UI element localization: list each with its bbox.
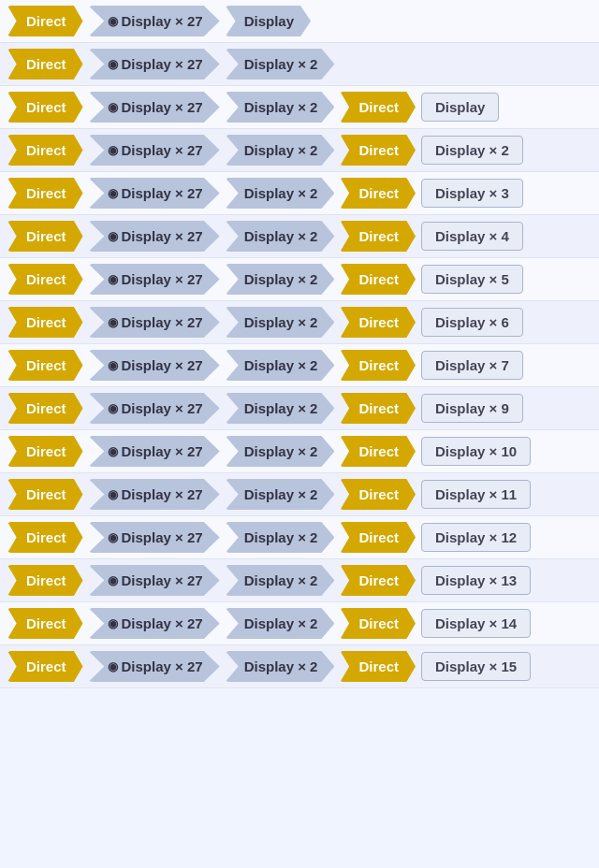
right-display-badge[interactable]: Display × 2 xyxy=(226,264,335,295)
left-direct-badge[interactable]: Direct xyxy=(7,651,83,682)
far-right-display-badge[interactable]: Display × 6 xyxy=(421,308,523,337)
far-right-display-badge[interactable]: Display × 3 xyxy=(421,179,523,208)
left-direct-badge[interactable]: Direct xyxy=(7,264,83,295)
left-direct-badge[interactable]: Direct xyxy=(7,221,83,252)
table-row: Direct◉Display × 27Display × 2DirectDisp… xyxy=(0,344,599,387)
right-direct-badge[interactable]: Direct xyxy=(340,135,416,166)
table-row: Direct◉Display × 27Display × 2DirectDisp… xyxy=(0,559,599,602)
far-right-display-badge[interactable]: Display × 14 xyxy=(421,609,531,638)
left-direct-badge[interactable]: Direct xyxy=(7,6,83,36)
middle-display-badge[interactable]: ◉Display × 27 xyxy=(89,92,220,123)
eye-icon: ◉ xyxy=(108,14,118,28)
far-right-display-badge[interactable]: Display × 13 xyxy=(421,566,531,595)
right-display-badge[interactable]: Display × 2 xyxy=(226,436,335,467)
left-direct-badge[interactable]: Direct xyxy=(7,350,83,381)
middle-display-badge[interactable]: ◉Display × 27 xyxy=(89,608,220,639)
eye-icon: ◉ xyxy=(108,573,118,587)
right-display-badge[interactable]: Display × 2 xyxy=(226,49,335,80)
eye-icon: ◉ xyxy=(108,358,118,372)
far-right-display-badge[interactable]: Display × 5 xyxy=(421,265,523,294)
middle-display-badge[interactable]: ◉Display × 27 xyxy=(89,651,220,682)
left-direct-badge[interactable]: Direct xyxy=(7,522,83,553)
right-display-badge[interactable]: Display × 2 xyxy=(226,565,335,596)
right-direct-badge[interactable]: Direct xyxy=(340,307,416,338)
far-right-display-badge[interactable]: Display × 2 xyxy=(421,136,523,165)
main-grid: Direct◉Display × 27DisplayDirect◉Display… xyxy=(0,0,599,688)
left-direct-badge[interactable]: Direct xyxy=(7,92,83,123)
middle-display-badge[interactable]: ◉Display × 27 xyxy=(89,178,220,209)
left-direct-badge[interactable]: Direct xyxy=(7,565,83,596)
right-direct-badge[interactable]: Direct xyxy=(340,436,416,467)
middle-display-badge[interactable]: ◉Display × 27 xyxy=(89,479,220,510)
left-direct-badge[interactable]: Direct xyxy=(7,178,83,209)
right-direct-badge[interactable]: Direct xyxy=(340,221,416,252)
right-display-badge[interactable]: Display × 2 xyxy=(226,178,335,209)
right-display-badge[interactable]: Display × 2 xyxy=(226,92,335,123)
right-direct-badge[interactable]: Direct xyxy=(340,92,416,123)
right-direct-badge[interactable]: Direct xyxy=(340,651,416,682)
eye-icon: ◉ xyxy=(108,186,118,200)
far-right-display-badge[interactable]: Display × 9 xyxy=(421,394,523,423)
eye-icon: ◉ xyxy=(108,272,118,286)
middle-display-badge[interactable]: ◉Display × 27 xyxy=(89,6,220,36)
right-direct-badge[interactable]: Direct xyxy=(340,350,416,381)
eye-icon: ◉ xyxy=(108,229,118,243)
right-direct-badge[interactable]: Direct xyxy=(340,522,416,553)
middle-display-badge[interactable]: ◉Display × 27 xyxy=(89,350,220,381)
table-row: Direct◉Display × 27Display × 2DirectDisp… xyxy=(0,129,599,172)
far-right-display-badge[interactable]: Display × 11 xyxy=(421,480,531,509)
left-direct-badge[interactable]: Direct xyxy=(7,135,83,166)
right-direct-badge[interactable]: Direct xyxy=(340,479,416,510)
middle-display-badge[interactable]: ◉Display × 27 xyxy=(89,221,220,252)
right-display-badge[interactable]: Display xyxy=(226,6,311,36)
right-display-badge[interactable]: Display × 2 xyxy=(226,393,335,424)
eye-icon: ◉ xyxy=(108,659,118,673)
table-row: Direct◉Display × 27Display × 2DirectDisp… xyxy=(0,473,599,516)
right-display-badge[interactable]: Display × 2 xyxy=(226,307,335,338)
right-direct-badge[interactable]: Direct xyxy=(340,178,416,209)
table-row: Direct◉Display × 27Display × 2DirectDisp… xyxy=(0,645,599,688)
middle-display-badge[interactable]: ◉Display × 27 xyxy=(89,393,220,424)
middle-display-badge[interactable]: ◉Display × 27 xyxy=(89,135,220,166)
right-direct-badge[interactable]: Direct xyxy=(340,565,416,596)
eye-icon: ◉ xyxy=(108,57,118,71)
table-row: Direct◉Display × 27Display × 2DirectDisp… xyxy=(0,602,599,645)
table-row: Direct◉Display × 27Display × 2DirectDisp… xyxy=(0,387,599,430)
eye-icon: ◉ xyxy=(108,100,118,114)
right-display-badge[interactable]: Display × 2 xyxy=(226,608,335,639)
table-row: Direct◉Display × 27Display × 2DirectDisp… xyxy=(0,215,599,258)
middle-display-badge[interactable]: ◉Display × 27 xyxy=(89,49,220,80)
right-display-badge[interactable]: Display × 2 xyxy=(226,135,335,166)
left-direct-badge[interactable]: Direct xyxy=(7,479,83,510)
right-direct-badge[interactable]: Direct xyxy=(340,608,416,639)
far-right-display-badge[interactable]: Display × 12 xyxy=(421,523,531,552)
table-row: Direct◉Display × 27Display × 2DirectDisp… xyxy=(0,516,599,559)
far-right-display-badge[interactable]: Display xyxy=(421,93,499,122)
eye-icon: ◉ xyxy=(108,616,118,630)
left-direct-badge[interactable]: Direct xyxy=(7,608,83,639)
left-direct-badge[interactable]: Direct xyxy=(7,436,83,467)
right-direct-badge[interactable]: Direct xyxy=(340,264,416,295)
right-display-badge[interactable]: Display × 2 xyxy=(226,350,335,381)
eye-icon: ◉ xyxy=(108,530,118,544)
middle-display-badge[interactable]: ◉Display × 27 xyxy=(89,565,220,596)
left-direct-badge[interactable]: Direct xyxy=(7,49,83,80)
right-direct-badge[interactable]: Direct xyxy=(340,393,416,424)
far-right-display-badge[interactable]: Display × 15 xyxy=(421,652,531,681)
far-right-display-badge[interactable]: Display × 7 xyxy=(421,351,523,380)
far-right-display-badge[interactable]: Display × 10 xyxy=(421,437,531,466)
middle-display-badge[interactable]: ◉Display × 27 xyxy=(89,522,220,553)
right-display-badge[interactable]: Display × 2 xyxy=(226,651,335,682)
eye-icon: ◉ xyxy=(108,315,118,329)
left-direct-badge[interactable]: Direct xyxy=(7,307,83,338)
middle-display-badge[interactable]: ◉Display × 27 xyxy=(89,436,220,467)
left-direct-badge[interactable]: Direct xyxy=(7,393,83,424)
right-display-badge[interactable]: Display × 2 xyxy=(226,522,335,553)
middle-display-badge[interactable]: ◉Display × 27 xyxy=(89,264,220,295)
eye-icon: ◉ xyxy=(108,401,118,415)
eye-icon: ◉ xyxy=(108,487,118,501)
middle-display-badge[interactable]: ◉Display × 27 xyxy=(89,307,220,338)
far-right-display-badge[interactable]: Display × 4 xyxy=(421,222,523,251)
right-display-badge[interactable]: Display × 2 xyxy=(226,221,335,252)
right-display-badge[interactable]: Display × 2 xyxy=(226,479,335,510)
